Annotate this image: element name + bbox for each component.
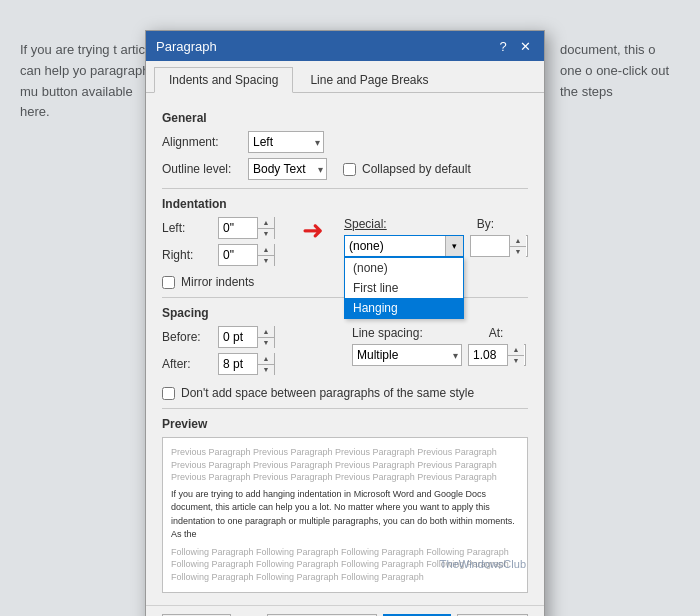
right-spinner[interactable]: ▲ ▼: [218, 244, 275, 266]
alignment-select[interactable]: Left Centered Right Justified: [248, 131, 324, 153]
tabs-bar: Indents and Spacing Line and Page Breaks: [146, 61, 544, 93]
left-spinner[interactable]: ▲ ▼: [218, 217, 275, 239]
special-label: Special:: [344, 217, 387, 231]
right-down-btn[interactable]: ▼: [258, 255, 274, 267]
after-up-btn[interactable]: ▲: [258, 353, 274, 364]
right-spinner-btns: ▲ ▼: [257, 244, 274, 266]
preview-label: Preview: [162, 417, 528, 431]
at-down-btn[interactable]: ▼: [508, 355, 524, 367]
at-input[interactable]: [469, 345, 507, 365]
close-button[interactable]: ✕: [516, 37, 534, 55]
before-row: Before: ▲ ▼: [162, 326, 342, 348]
alignment-select-wrapper[interactable]: Left Centered Right Justified: [248, 131, 324, 153]
by-label: By:: [477, 217, 494, 231]
paragraph-dialog: Paragraph ? ✕ Indents and Spacing Line a…: [145, 30, 545, 616]
special-select-container: (none) ▾ (none) First line Hanging: [344, 235, 464, 257]
dropdown-item-firstline[interactable]: First line: [345, 278, 463, 298]
right-label: Right:: [162, 248, 212, 262]
after-input[interactable]: [219, 354, 257, 374]
line-spacing-select[interactable]: Multiple Single 1.5 lines Double At leas…: [352, 344, 462, 366]
special-by-controls: (none) ▾ (none) First line Hanging: [344, 235, 528, 257]
title-bar: Paragraph ? ✕: [146, 31, 544, 61]
outline-select-wrapper[interactable]: Body Text Level 1 Level 2 Level 3: [248, 158, 327, 180]
ls-labels: Line spacing: At:: [352, 326, 528, 340]
by-spinner[interactable]: ▲ ▼: [470, 235, 528, 257]
spacing-left-col: Before: ▲ ▼ After: ▲: [162, 326, 342, 380]
collapsed-checkbox-row[interactable]: Collapsed by default: [343, 162, 471, 176]
right-input[interactable]: [219, 245, 257, 265]
left-input[interactable]: [219, 218, 257, 238]
special-dropdown-popup: (none) First line Hanging: [344, 257, 464, 319]
right-up-btn[interactable]: ▲: [258, 244, 274, 255]
divider-1: [162, 188, 528, 189]
dialog-title: Paragraph: [156, 39, 217, 54]
alignment-row: Alignment: Left Centered Right Justified: [162, 131, 528, 153]
by-input[interactable]: [471, 236, 509, 256]
special-by-labels: Special: By:: [344, 217, 528, 231]
spacing-area: Before: ▲ ▼ After: ▲: [162, 326, 528, 380]
mirror-indents-label: Mirror indents: [181, 275, 254, 289]
dialog-footer: Tabs... Set As Default OK Cancel: [146, 605, 544, 616]
line-spacing-label: Line spacing:: [352, 326, 423, 340]
after-label: After:: [162, 357, 212, 371]
by-up-btn[interactable]: ▲: [510, 235, 526, 246]
left-spinner-btns: ▲ ▼: [257, 217, 274, 239]
before-spinner-btns: ▲ ▼: [257, 326, 274, 348]
general-label: General: [162, 111, 528, 125]
help-button[interactable]: ?: [494, 37, 512, 55]
line-spacing-area: Line spacing: At: Multiple Single 1.5 li…: [342, 326, 528, 380]
left-down-btn[interactable]: ▼: [258, 228, 274, 240]
dont-add-space-row[interactable]: Don't add space between paragraphs of th…: [162, 386, 528, 400]
dont-add-space-checkbox[interactable]: [162, 387, 175, 400]
indentation-area: Left: ▲ ▼ Right: ▲: [162, 217, 528, 271]
special-select-box[interactable]: (none) ▾: [344, 235, 464, 257]
watermark-text: TheWindowsClub: [440, 558, 526, 570]
left-up-btn[interactable]: ▲: [258, 217, 274, 228]
after-down-btn[interactable]: ▼: [258, 364, 274, 376]
at-spinner-btns: ▲ ▼: [507, 344, 524, 366]
tab-indents-spacing[interactable]: Indents and Spacing: [154, 67, 293, 93]
before-input[interactable]: [219, 327, 257, 347]
mirror-indents-checkbox[interactable]: [162, 276, 175, 289]
tab-line-page-breaks[interactable]: Line and Page Breaks: [295, 67, 443, 92]
after-spinner-btns: ▲ ▼: [257, 353, 274, 375]
title-bar-controls: ? ✕: [494, 37, 534, 55]
collapsed-label: Collapsed by default: [362, 162, 471, 176]
line-spacing-select-wrapper[interactable]: Multiple Single 1.5 lines Double At leas…: [352, 344, 462, 366]
outline-label: Outline level:: [162, 162, 242, 176]
preview-main: If you are trying to add hanging indenta…: [171, 488, 519, 542]
indentation-label: Indentation: [162, 197, 528, 211]
left-label: Left:: [162, 221, 212, 235]
after-spinner[interactable]: ▲ ▼: [218, 353, 275, 375]
outline-select[interactable]: Body Text Level 1 Level 2 Level 3: [248, 158, 327, 180]
preview-prev: Previous Paragraph Previous Paragraph Pr…: [171, 446, 519, 484]
at-label: At:: [489, 326, 504, 340]
special-by-area: Special: By: (none) ▾ (n: [334, 217, 528, 271]
before-up-btn[interactable]: ▲: [258, 326, 274, 337]
collapsed-checkbox[interactable]: [343, 163, 356, 176]
dropdown-item-none[interactable]: (none): [345, 258, 463, 278]
outline-row: Outline level: Body Text Level 1 Level 2…: [162, 158, 528, 180]
before-spinner[interactable]: ▲ ▼: [218, 326, 275, 348]
ls-controls: Multiple Single 1.5 lines Double At leas…: [352, 344, 528, 366]
dialog-body: General Alignment: Left Centered Right J…: [146, 93, 544, 605]
right-row: Right: ▲ ▼: [162, 244, 334, 266]
dropdown-item-hanging[interactable]: Hanging: [345, 298, 463, 318]
by-down-btn[interactable]: ▼: [510, 246, 526, 258]
after-row: After: ▲ ▼: [162, 353, 342, 375]
by-spinner-btns: ▲ ▼: [509, 235, 526, 257]
at-spinner[interactable]: ▲ ▼: [468, 344, 526, 366]
divider-3: [162, 408, 528, 409]
dont-add-space-label: Don't add space between paragraphs of th…: [181, 386, 474, 400]
before-down-btn[interactable]: ▼: [258, 337, 274, 349]
at-up-btn[interactable]: ▲: [508, 344, 524, 355]
before-label: Before:: [162, 330, 212, 344]
red-arrow-icon: ➜: [302, 215, 324, 246]
alignment-label: Alignment:: [162, 135, 242, 149]
